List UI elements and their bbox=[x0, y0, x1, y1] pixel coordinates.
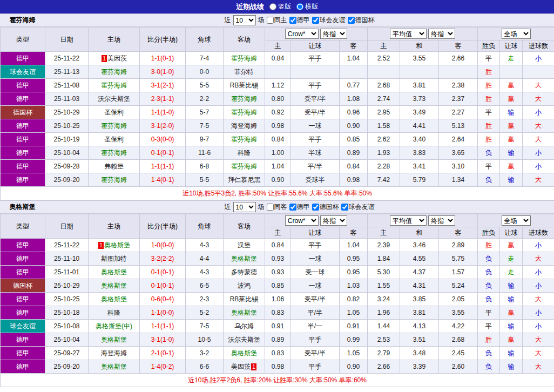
team-text: 奥格斯堡 bbox=[231, 309, 257, 316]
sub-column-header: 客 bbox=[340, 40, 368, 52]
cell-away-team: RB莱比锡 bbox=[224, 293, 265, 306]
cell-score: 1-0(0-0) bbox=[140, 239, 186, 252]
league-filter[interactable]: 德甲 bbox=[289, 16, 310, 25]
cell-avg-draw: 4.37 bbox=[400, 266, 439, 279]
cell-score: 3-2(2-2) bbox=[140, 252, 186, 266]
scope-select[interactable]: 全场 bbox=[502, 215, 531, 226]
odds-source-select[interactable]: Crow* bbox=[285, 29, 319, 39]
cell-result: 胜 bbox=[478, 79, 500, 92]
same-venue-filter[interactable]: 同主 bbox=[267, 16, 287, 25]
cell-handicap: 平手 bbox=[291, 79, 340, 92]
avg-stage-select[interactable]: 终指 bbox=[428, 29, 455, 39]
results-table: 类型日期主场比分(半场)角球客场Crow* 终指平均值 终指全场主让球客主和客胜… bbox=[0, 214, 554, 387]
cell-home-team: 1美因茨 bbox=[89, 52, 140, 65]
team-text: 奥格斯堡 bbox=[231, 255, 257, 262]
cell-avg-away: 2.45 bbox=[439, 347, 478, 360]
sub-column-header: 主 bbox=[265, 40, 291, 52]
league-checkbox[interactable] bbox=[312, 204, 319, 211]
league-checkbox[interactable] bbox=[312, 17, 319, 24]
recent-count-select[interactable]: 10 bbox=[233, 15, 256, 25]
avg-source-select[interactable]: 平均值 bbox=[390, 215, 427, 226]
layout-option-vertical[interactable]: 竖版 bbox=[269, 2, 291, 11]
league-checkbox[interactable] bbox=[289, 204, 296, 211]
cell-date: 25-09-20 bbox=[45, 173, 89, 187]
scope-select[interactable]: 全场 bbox=[502, 29, 531, 39]
cell-home-team: 奥格斯堡 bbox=[89, 293, 140, 306]
cell-odds-home: 0.80 bbox=[265, 92, 291, 106]
column-header: 比分(半场) bbox=[140, 214, 186, 239]
league-filter[interactable]: 球会友谊 bbox=[341, 202, 375, 212]
team-text: 奥格斯堡 bbox=[101, 336, 127, 343]
cell-result: 负 bbox=[478, 293, 500, 306]
column-header: 类型 bbox=[1, 214, 45, 239]
cell-corners: 11-6 bbox=[186, 146, 224, 160]
same-venue-checkbox[interactable] bbox=[267, 17, 274, 24]
cell-avg-away: 4.22 bbox=[439, 320, 478, 333]
horizontal-layout-radio[interactable] bbox=[296, 3, 303, 10]
column-header: 日期 bbox=[45, 214, 89, 239]
column-header: 主场 bbox=[89, 28, 140, 52]
league-filter[interactable]: 德甲 bbox=[289, 202, 310, 212]
cell-odds-home bbox=[265, 65, 291, 79]
league-checkbox[interactable] bbox=[341, 204, 348, 211]
cell-avg-draw: 3.49 bbox=[400, 106, 439, 119]
recent-count-select[interactable]: 10 bbox=[233, 202, 256, 212]
cell-odds-away: 0.96 bbox=[340, 106, 368, 119]
cell-date: 25-10-25 bbox=[45, 293, 89, 306]
cell-corners: 9-7 bbox=[186, 133, 224, 146]
sub-column-header: 和 bbox=[400, 40, 439, 52]
league-checkbox[interactable] bbox=[289, 17, 296, 24]
column-header: 日期 bbox=[45, 28, 89, 52]
cell-handicap-result: 输 bbox=[500, 146, 523, 160]
cell-avg-away bbox=[439, 65, 478, 79]
cell-score: 0-1(0-1) bbox=[140, 146, 186, 160]
cell-result: 平 bbox=[478, 52, 500, 65]
column-header: 客场 bbox=[224, 214, 265, 239]
league-filter[interactable]: 球会友谊 bbox=[312, 16, 346, 25]
league-checkbox[interactable] bbox=[348, 17, 355, 24]
same-venue-filter[interactable]: 同客 bbox=[267, 202, 287, 212]
team-text: 霍芬海姆 bbox=[101, 122, 127, 130]
scope-group-header: 全场 bbox=[478, 214, 554, 227]
cell-away-team: 乌尔姆 bbox=[224, 320, 265, 333]
cell-home-team: 霍芬海姆 bbox=[89, 119, 140, 133]
cell-league: 德甲 bbox=[1, 133, 45, 146]
same-venue-checkbox[interactable] bbox=[267, 204, 274, 211]
cell-handicap: 半/一 bbox=[291, 320, 340, 333]
odds-stage-select[interactable]: 终指 bbox=[320, 215, 347, 226]
cell-odds-away: 1.05 bbox=[340, 347, 368, 360]
cell-avg-draw: 4.13 bbox=[400, 320, 439, 333]
cell-date: 25-11-22 bbox=[45, 239, 89, 252]
matches-label: 场 bbox=[258, 202, 265, 212]
cell-handicap-result: 输 bbox=[500, 293, 523, 306]
cell-avg-draw: 3.81 bbox=[400, 306, 439, 320]
league-filter[interactable]: 德国杯 bbox=[312, 202, 339, 212]
cell-odds-away: 1.05 bbox=[340, 306, 368, 320]
team-name: 霍芬海姆 bbox=[0, 16, 45, 25]
cell-avg-draw: 3.46 bbox=[400, 239, 439, 252]
cell-goals-result: 大 bbox=[523, 92, 554, 106]
odds-stage-select[interactable]: 终指 bbox=[320, 29, 347, 39]
team-text: 美因茨 bbox=[107, 55, 127, 62]
match-row: 德甲25-11-221美因茨1-1(0-1)7-4霍芬海姆0.84平手1.042… bbox=[1, 52, 554, 65]
avg-source-select[interactable]: 平均值 bbox=[390, 29, 427, 39]
cell-corners: 7-4 bbox=[186, 52, 224, 65]
avg-stage-select[interactable]: 终指 bbox=[428, 215, 455, 226]
cell-avg-home: 7.42 bbox=[368, 173, 400, 187]
cell-avg-draw: 4.55 bbox=[400, 252, 439, 266]
cell-home-team: 科隆 bbox=[89, 306, 140, 320]
cell-handicap: 受平/半 bbox=[291, 347, 340, 360]
cell-goals-result: 小 bbox=[523, 279, 554, 293]
cell-score: 3-0(1-0) bbox=[140, 65, 186, 79]
layout-option-horizontal[interactable]: 横版 bbox=[296, 2, 318, 11]
cell-home-team: 奥格斯堡 bbox=[89, 360, 140, 374]
odds-source-select[interactable]: Crow* bbox=[285, 215, 319, 226]
league-filter-label: 球会友谊 bbox=[320, 16, 346, 25]
league-filter[interactable]: 德国杯 bbox=[348, 16, 375, 25]
cell-avg-away: 2.27 bbox=[439, 106, 478, 119]
cell-handicap-result: 输 bbox=[500, 279, 523, 293]
vertical-layout-radio[interactable] bbox=[269, 3, 276, 10]
match-row: 球会友谊25-10-08奥格斯堡(中)1-1(1-1)7-5乌尔姆0.91半/一… bbox=[1, 320, 554, 333]
cell-odds-home: 1.12 bbox=[265, 79, 291, 92]
cell-avg-home: 1.55 bbox=[368, 279, 400, 293]
